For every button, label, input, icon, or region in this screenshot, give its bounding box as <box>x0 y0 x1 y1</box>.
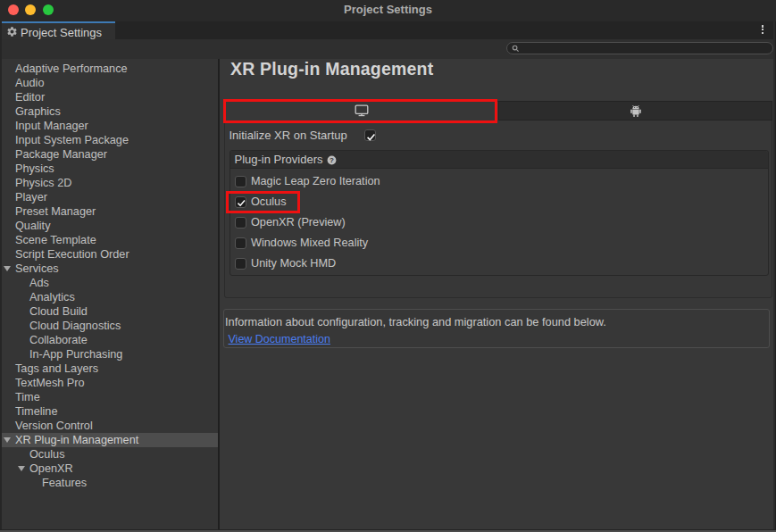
svg-text:?: ? <box>330 156 334 164</box>
